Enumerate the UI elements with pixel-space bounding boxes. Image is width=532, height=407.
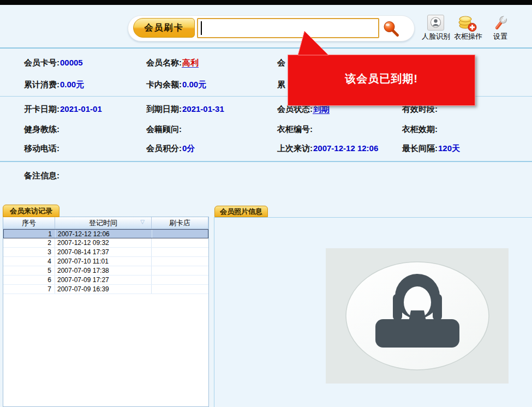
table-row[interactable]: 7 2007-07-09 16:39 (3, 285, 208, 294)
member-photo-avatar-icon (326, 248, 509, 384)
field-label: 会员积分: (146, 143, 182, 153)
visit-records-table: 序号 登记时间 ▽ 刷卡店 1 2007-12-12 12:06 2 2007-… (3, 217, 209, 407)
field-label: 卡内余额: (146, 80, 182, 89)
field-value (182, 124, 182, 134)
column-header-time-label: 登记时间 (89, 218, 117, 228)
field-covered-fragment-2: 累 (277, 80, 285, 90)
locker-operation-label: 衣柜操作 (452, 32, 484, 41)
cell-index: 2 (3, 238, 55, 247)
field-label: 上次来访: (277, 143, 313, 153)
field-value (313, 124, 313, 134)
cell-time: 2007-12-12 12:06 (56, 230, 152, 238)
field-last-visit: 上次来访:2007-12-12 12:06 (277, 143, 378, 154)
tab-member-photo[interactable]: 会员照片信息 (214, 206, 268, 217)
alert-message: 该会员已到期! (288, 55, 475, 86)
cell-index: 6 (3, 276, 55, 284)
field-member-name: 会员名称:高利 (146, 58, 199, 68)
member-expired-alert[interactable]: 该会员已到期! (288, 55, 475, 106)
cell-time: 2007-07-10 11:01 (55, 257, 152, 266)
field-mobile-phone: 移动电话: (24, 143, 60, 154)
table-row[interactable]: 4 2007-07-10 11:01 (3, 257, 208, 266)
table-header-row: 序号 登记时间 ▽ 刷卡店 (3, 217, 208, 229)
field-label: 最长间隔: (402, 143, 438, 153)
field-value: 2021-01-31 (182, 104, 224, 113)
field-card-balance: 卡内余额:0.00元 (146, 80, 206, 90)
field-value (59, 124, 60, 134)
field-label: 会员卡号: (24, 58, 59, 67)
cell-store (152, 266, 208, 275)
table-row[interactable]: 6 2007-07-09 17:27 (3, 276, 208, 285)
field-value: 120天 (438, 143, 460, 153)
cell-index: 5 (3, 266, 55, 275)
cell-store (152, 257, 208, 266)
table-row[interactable]: 2 2007-12-12 09:32 (3, 238, 208, 248)
cell-time: 2007-08-14 17:37 (55, 248, 152, 256)
field-value (59, 143, 60, 153)
field-label: 累计消费: (24, 80, 59, 89)
field-value: 2007-12-12 12:06 (313, 143, 378, 153)
cell-index: 1 (4, 230, 56, 238)
field-expire-date: 到期日期:2021-01-31 (146, 104, 224, 115)
member-swipe-button[interactable]: 会员刷卡 (133, 18, 195, 38)
field-value: 0.00元 (59, 80, 84, 89)
table-row[interactable]: 1 2007-12-12 12:06 (3, 229, 208, 238)
locker-operation-icon[interactable] (457, 14, 478, 32)
field-label: 到期日期: (146, 104, 182, 113)
table-row[interactable]: 3 2007-08-14 17:37 (3, 248, 208, 257)
field-member-points: 会员积分:0分 (146, 143, 195, 154)
text-caret (201, 21, 202, 35)
alert-pointer-tail (295, 29, 355, 56)
tab-visit-records[interactable]: 会员来访记录 (3, 205, 59, 217)
cell-store (152, 285, 208, 294)
settings-label: 设置 (492, 32, 509, 41)
field-total-spend: 累计消费:0.00元 (24, 80, 84, 90)
cell-index: 4 (3, 257, 55, 266)
field-value: 0分 (182, 143, 195, 153)
field-value (438, 124, 438, 134)
field-label: 累 (277, 80, 285, 89)
field-value: 2021-01-01 (59, 104, 102, 113)
cell-store (152, 238, 208, 247)
cell-index: 7 (3, 285, 55, 294)
column-header-index[interactable]: 序号 (3, 217, 55, 229)
field-max-interval: 最长间隔:120天 (402, 143, 460, 154)
field-locker-expire: 衣柜效期: (402, 124, 438, 135)
face-recognition-button[interactable] (427, 15, 444, 31)
settings-icon[interactable] (492, 15, 509, 32)
field-card-number: 会员卡号:00005 (24, 58, 83, 68)
top-black-bar (0, 0, 532, 5)
cell-store (152, 276, 208, 284)
cell-time: 2007-07-09 17:38 (55, 266, 152, 275)
cell-time: 2007-12-12 09:32 (55, 238, 152, 247)
field-label: 会 (277, 58, 285, 67)
member-photo (326, 248, 509, 384)
field-label: 会员名称: (146, 58, 182, 67)
cell-time: 2007-07-09 16:39 (55, 285, 152, 294)
cell-store (152, 230, 208, 238)
search-magnifier-icon[interactable] (382, 20, 400, 38)
column-header-store[interactable]: 刷卡店 (152, 217, 208, 229)
field-label: 健身教练: (24, 124, 59, 134)
field-value: 高利 (182, 58, 199, 68)
face-recognition-label: 人脸识别 (420, 32, 452, 41)
field-covered-fragment-1: 会 (277, 58, 285, 68)
cell-time: 2007-07-09 17:27 (55, 276, 152, 284)
face-recognition-icon (428, 15, 444, 30)
field-value: 0.00元 (182, 80, 206, 89)
cell-index: 3 (3, 248, 55, 256)
sort-desc-icon[interactable]: ▽ (140, 219, 145, 225)
section-divider (0, 161, 532, 162)
field-label: 衣柜效期: (402, 124, 438, 134)
column-header-time[interactable]: 登记时间 ▽ (55, 217, 152, 229)
field-label: 开卡日期: (24, 104, 59, 113)
field-coach: 健身教练: (24, 124, 60, 135)
member-swipe-screen: 会员刷卡 (0, 0, 532, 407)
cell-store (152, 248, 208, 256)
section-divider (0, 47, 532, 49)
field-value (59, 171, 60, 180)
field-label: 备注信息: (24, 171, 59, 180)
field-remark: 备注信息: (24, 171, 60, 181)
field-locker-number: 衣柜编号: (277, 124, 313, 135)
field-open-date: 开卡日期:2021-01-01 (24, 104, 102, 115)
table-row[interactable]: 5 2007-07-09 17:38 (3, 266, 208, 276)
